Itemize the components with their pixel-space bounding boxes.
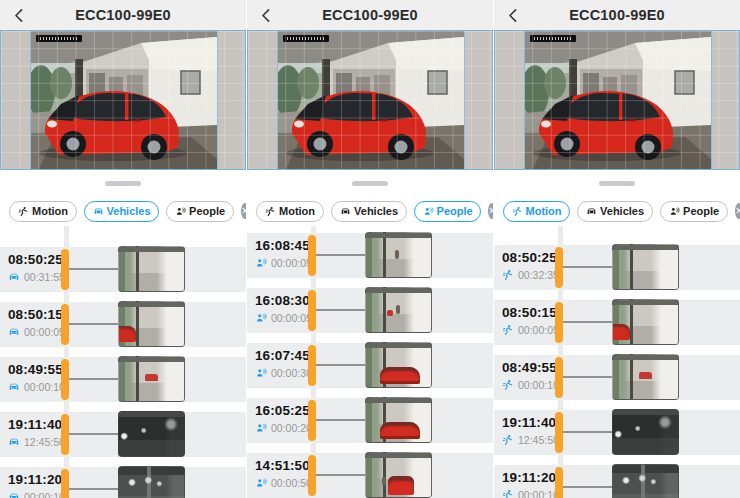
event-thumbnail[interactable] — [118, 466, 185, 498]
people-icon — [255, 257, 267, 269]
live-view[interactable] — [494, 30, 740, 170]
app-bar: ECC100-99E0 — [0, 0, 246, 30]
people-icon — [255, 422, 267, 434]
close-filters-button[interactable]: ✕ — [488, 203, 493, 219]
connector-line — [69, 488, 118, 490]
event-duration-line: 00:00:10 — [8, 381, 65, 393]
event-row[interactable]: 16:05:25 00:00:20 — [247, 398, 493, 443]
event-meta: 14:51:50 00:00:50 — [255, 458, 312, 489]
timeline-segment — [308, 345, 316, 386]
people-icon — [175, 206, 186, 217]
event-meta: 08:49:55 00:00:10 — [502, 360, 559, 391]
event-time: 19:11:40 — [8, 417, 65, 432]
event-row[interactable]: 08:50:15 00:00:05 — [0, 302, 246, 347]
event-thumbnail[interactable] — [118, 356, 185, 402]
close-filters-button[interactable]: ✕ — [735, 203, 740, 219]
timeline-segment — [555, 247, 563, 288]
event-thumbnail[interactable] — [118, 246, 185, 292]
timeline-segment — [308, 290, 316, 331]
event-list: 08:50:25 00:32:35 08:50:15 00:00:05 08:4… — [494, 226, 740, 498]
event-row[interactable]: 14:51:50 00:00:50 — [247, 453, 493, 498]
connector-line — [563, 376, 612, 378]
event-meta: 16:08:30 00:00:05 — [255, 293, 312, 324]
filter-chip-vehicles[interactable]: Vehicles — [577, 201, 653, 222]
camera-panel: ECC100-99E0 Motion Vehicles People ✕ — [247, 0, 493, 498]
event-thumbnail[interactable] — [365, 232, 432, 278]
event-thumbnail[interactable] — [612, 299, 679, 345]
event-thumbnail[interactable] — [365, 452, 432, 498]
drag-handle[interactable] — [599, 181, 635, 186]
connector-line — [316, 254, 365, 256]
camera-scene-red-car — [31, 31, 217, 169]
live-view[interactable] — [0, 30, 246, 170]
event-thumbnail[interactable] — [365, 397, 432, 443]
event-thumbnail[interactable] — [365, 342, 432, 388]
event-row[interactable]: 08:50:25 00:31:55 — [0, 247, 246, 292]
filter-chip-people[interactable]: People — [166, 201, 234, 222]
video-frame — [30, 31, 218, 169]
drag-handle[interactable] — [352, 181, 388, 186]
event-duration: 12:45:50 — [24, 436, 65, 448]
filter-chip-vehicles[interactable]: Vehicles — [331, 201, 407, 222]
event-thumbnail[interactable] — [365, 287, 432, 333]
filter-chip-people[interactable]: People — [414, 201, 481, 222]
event-meta: 19:11:20 00:00:10 — [8, 472, 65, 498]
event-duration: 00:00:30 — [271, 367, 312, 379]
event-thumbnail[interactable] — [612, 464, 679, 498]
event-row[interactable]: 19:11:40 12:45:50 — [494, 410, 740, 455]
event-thumbnail[interactable] — [118, 411, 185, 457]
event-time: 08:50:25 — [502, 250, 559, 265]
event-row[interactable]: 08:50:25 00:32:35 — [494, 245, 740, 290]
event-duration-line: 00:00:50 — [255, 477, 312, 489]
event-row[interactable]: 16:07:45 00:00:30 — [247, 343, 493, 388]
app-root: ECC100-99E0 Motion Vehicles People ✕ — [0, 0, 740, 498]
filter-chip-motion[interactable]: Motion — [9, 201, 77, 222]
event-row[interactable]: 16:08:30 00:00:05 — [247, 288, 493, 333]
camera-scene-red-car — [525, 31, 711, 169]
close-filters-button[interactable]: ✕ — [241, 203, 246, 219]
connector-line — [69, 378, 118, 380]
filter-chip-people[interactable]: People — [660, 201, 728, 222]
timeline-segment — [61, 359, 69, 400]
back-button[interactable] — [253, 0, 279, 30]
live-view[interactable] — [247, 30, 493, 170]
event-meta: 08:50:25 00:32:35 — [502, 250, 559, 281]
filter-chip-vehicles[interactable]: Vehicles — [84, 201, 159, 222]
event-row[interactable]: 08:49:55 00:00:10 — [0, 357, 246, 402]
filter-chip-motion[interactable]: Motion — [256, 201, 324, 222]
back-button[interactable] — [500, 0, 526, 30]
vehicle-icon — [8, 326, 20, 338]
event-row[interactable]: 08:49:55 00:00:10 — [494, 355, 740, 400]
event-thumbnail[interactable] — [612, 354, 679, 400]
back-button[interactable] — [6, 0, 32, 30]
connector-line — [69, 323, 118, 325]
event-thumbnail[interactable] — [612, 409, 679, 455]
event-time: 08:49:55 — [502, 360, 559, 375]
event-row[interactable]: 16:08:45 00:00:05 — [247, 233, 493, 278]
event-duration-line: 00:00:10 — [502, 489, 559, 498]
people-icon — [669, 206, 680, 217]
connector-line — [563, 486, 612, 488]
chevron-left-icon — [505, 7, 522, 24]
event-meta: 16:07:45 00:00:30 — [255, 348, 312, 379]
event-thumbnail[interactable] — [612, 244, 679, 290]
vehicle-icon — [8, 491, 20, 498]
event-row[interactable]: 08:50:15 00:00:05 — [494, 300, 740, 345]
chevron-left-icon — [258, 7, 275, 24]
connector-line — [316, 419, 365, 421]
filter-chip-motion[interactable]: Motion — [503, 201, 570, 222]
drag-handle[interactable] — [105, 181, 141, 186]
connector-line — [69, 433, 118, 435]
event-row[interactable]: 19:11:20 00:00:10 — [0, 467, 246, 498]
event-thumbnail[interactable] — [118, 301, 185, 347]
filter-bar: Motion Vehicles People ✕ — [247, 196, 493, 226]
event-row[interactable]: 19:11:20 00:00:10 — [494, 465, 740, 498]
vehicle-icon — [8, 436, 20, 448]
video-frame — [524, 31, 712, 169]
event-duration: 12:45:50 — [518, 434, 559, 446]
event-row[interactable]: 19:11:40 12:45:50 — [0, 412, 246, 457]
connector-line — [316, 474, 365, 476]
timeline-segment — [61, 304, 69, 345]
app-bar: ECC100-99E0 — [247, 0, 493, 30]
event-duration: 00:00:10 — [24, 491, 65, 498]
